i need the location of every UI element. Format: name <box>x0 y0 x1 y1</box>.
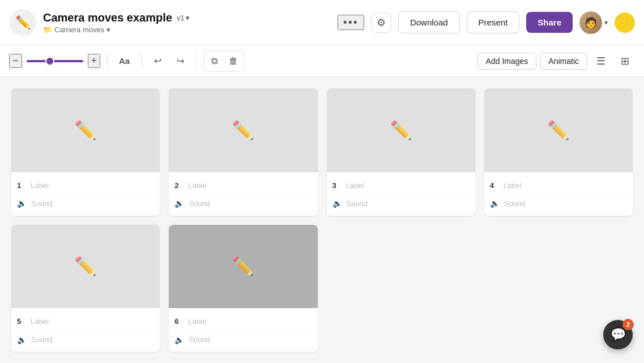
card-body-5: 5 Label 🔈 Sound ⚙ Action <box>11 308 160 352</box>
sound-placeholder-4[interactable]: Sound <box>504 199 526 208</box>
card-number-4: 4 <box>490 181 499 190</box>
zoom-out-button[interactable]: − <box>9 54 22 68</box>
label-placeholder-4[interactable]: Label <box>504 181 522 190</box>
storyboard-card-2[interactable]: ✏️ 2 Label 🔈 Sound ⚙ Action <box>169 88 317 216</box>
toolbar: − + Aa ↩ ↪ ⧉ 🗑 Add Images Animatic ☰ ⊞ <box>0 45 644 77</box>
storyboard-card-4[interactable]: ✏️ 4 Label 🔈 Sound ⚙ Action <box>484 88 633 216</box>
card-image-4[interactable]: ✏️ <box>484 88 633 172</box>
card-number-3: 3 <box>332 181 342 190</box>
add-images-button[interactable]: Add Images <box>477 53 537 70</box>
grid-view-button[interactable]: ⊞ <box>615 51 635 71</box>
clipboard-group: ⧉ 🗑 <box>203 50 244 72</box>
user-menu[interactable]: 🧑 ▾ <box>579 11 608 34</box>
sound-icon-6: 🔈 <box>174 335 184 344</box>
empty-image-icon: ✏️ <box>74 255 97 277</box>
storyboard-card-3[interactable]: ✏️ 3 Label 🔈 Sound ⚙ Action <box>327 88 475 216</box>
card-action-row-6: ⚙ Action <box>174 349 312 352</box>
sound-icon-1: 🔈 <box>17 199 27 208</box>
storyboard-card-5[interactable]: ✏️ 5 Label 🔈 Sound ⚙ Action <box>11 225 160 352</box>
zoom-in-button[interactable]: + <box>88 54 101 68</box>
sound-icon-5: 🔈 <box>17 335 27 344</box>
version-selector[interactable]: v1 ▾ <box>177 14 190 22</box>
empty-image-icon: ✏️ <box>547 119 570 141</box>
label-placeholder-6[interactable]: Label <box>188 317 206 326</box>
lightning-icon: ⚡ <box>619 17 630 28</box>
card-sound-row-3: 🔈 Sound <box>332 195 470 213</box>
document-title: Camera moves example v1 ▾ <box>43 11 190 24</box>
card-image-2[interactable]: ✏️ <box>169 88 317 172</box>
toolbar-right-group: Add Images Animatic ☰ ⊞ <box>477 51 635 71</box>
undo-button[interactable]: ↩ <box>148 52 167 70</box>
settings-button[interactable]: ⚙ <box>371 12 391 33</box>
folder-icon: 📁 <box>43 25 52 34</box>
sound-placeholder-1[interactable]: Sound <box>31 199 53 208</box>
lightning-button[interactable]: ⚡ <box>615 12 635 33</box>
zoom-slider[interactable] <box>27 60 83 62</box>
card-image-3[interactable]: ✏️ <box>327 88 475 172</box>
empty-image-icon: ✏️ <box>74 119 97 141</box>
card-number-1: 1 <box>17 181 26 190</box>
font-size-button[interactable]: Aa <box>114 54 134 68</box>
download-button[interactable]: Download <box>398 11 460 33</box>
separator-2 <box>141 53 142 69</box>
card-body-2: 2 Label 🔈 Sound ⚙ Action <box>169 172 317 216</box>
card-label-row-4: 4 Label <box>490 177 627 195</box>
chat-widget[interactable]: 💬 2 <box>603 320 633 349</box>
empty-image-icon: ✏️ <box>390 119 412 141</box>
sound-placeholder-3[interactable]: Sound <box>347 199 368 208</box>
card-label-row-2: 2 Label <box>174 177 312 195</box>
card-label-row-3: 3 Label <box>332 177 470 195</box>
card-image-5[interactable]: ✏️ <box>11 225 160 309</box>
card-label-row-1: 1 Label <box>17 177 154 195</box>
card-action-row-5: ⚙ Action <box>17 349 154 352</box>
card-sound-row-2: 🔈 Sound <box>174 195 312 213</box>
card-number-2: 2 <box>174 181 184 190</box>
label-placeholder-2[interactable]: Label <box>188 181 206 190</box>
breadcrumb-chevron-icon: ▾ <box>106 25 110 34</box>
gear-icon: ⚙ <box>377 16 386 29</box>
delete-button[interactable]: 🗑 <box>224 52 242 70</box>
share-button[interactable]: Share <box>526 12 573 33</box>
sound-placeholder-5[interactable]: Sound <box>31 335 53 344</box>
card-sound-row-4: 🔈 Sound <box>490 195 627 213</box>
sound-placeholder-2[interactable]: Sound <box>189 199 210 208</box>
redo-button[interactable]: ↪ <box>171 52 189 70</box>
chat-badge: 2 <box>622 319 634 330</box>
header: ✏️ Camera moves example v1 ▾ 📁 Camera mo… <box>0 0 644 45</box>
card-body-3: 3 Label 🔈 Sound ⚙ Action <box>327 172 475 216</box>
title-text: Camera moves example <box>43 11 172 24</box>
storyboard-card-1[interactable]: ✏️ 1 Label 🔈 Sound ⚙ Action <box>11 88 160 216</box>
card-image-1[interactable]: ✏️ <box>11 88 160 172</box>
card-image-6[interactable]: ✏️ <box>169 225 317 309</box>
pencil-logo-icon: ✏️ <box>15 15 31 30</box>
logo: ✏️ <box>9 9 36 36</box>
breadcrumb[interactable]: 📁 Camera moves ▾ <box>43 25 190 34</box>
version-label: v1 <box>177 14 185 22</box>
card-body-4: 4 Label 🔈 Sound ⚙ Action <box>484 172 633 216</box>
avatar-chevron-icon[interactable]: ▾ <box>604 19 608 27</box>
sound-icon-2: 🔈 <box>174 199 184 208</box>
card-action-row-3: ⚙ Action <box>332 213 470 216</box>
card-number-6: 6 <box>174 317 184 326</box>
chat-icon: 💬 <box>611 327 626 342</box>
separator-3 <box>196 53 197 69</box>
sound-icon-4: 🔈 <box>490 199 500 208</box>
avatar: 🧑 <box>579 11 602 34</box>
more-options-button[interactable]: ••• <box>338 15 364 30</box>
copy-button[interactable]: ⧉ <box>205 52 223 70</box>
card-body-6: 6 Label 🔈 Sound ⚙ Action <box>169 308 317 352</box>
breadcrumb-label: Camera moves <box>54 25 104 34</box>
animatic-button[interactable]: Animatic <box>540 53 587 70</box>
label-placeholder-1[interactable]: Label <box>31 181 49 190</box>
list-view-button[interactable]: ☰ <box>591 51 611 71</box>
present-button[interactable]: Present <box>467 11 520 33</box>
sound-placeholder-6[interactable]: Sound <box>189 335 210 344</box>
card-label-row-6: 6 Label <box>174 313 312 331</box>
card-action-row-2: ⚙ Action <box>174 213 312 216</box>
storyboard-card-6[interactable]: ✏️ 6 Label 🔈 Sound ⚙ Action <box>169 225 317 352</box>
label-placeholder-3[interactable]: Label <box>346 181 364 190</box>
label-placeholder-5[interactable]: Label <box>31 317 49 326</box>
card-label-row-5: 5 Label <box>17 313 154 331</box>
version-chevron-icon: ▾ <box>186 14 190 22</box>
card-action-row-1: ⚙ Action <box>17 213 154 216</box>
